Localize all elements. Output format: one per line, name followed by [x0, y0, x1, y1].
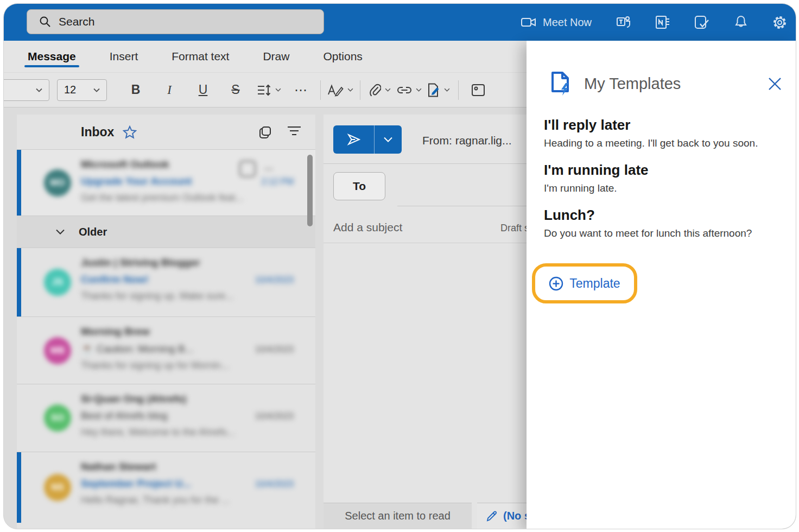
- tab-options[interactable]: Options: [321, 42, 364, 71]
- unread-indicator: [17, 248, 21, 316]
- insert-link-button[interactable]: [395, 78, 424, 103]
- search-placeholder: Search: [59, 15, 95, 28]
- app-window: Search Meet Now: [3, 3, 796, 529]
- chevron-down-icon: [444, 88, 450, 92]
- tab-message[interactable]: Message: [26, 42, 78, 71]
- signature-button[interactable]: [424, 78, 453, 103]
- from-field[interactable]: From: ragnar.lig...: [422, 134, 512, 147]
- template-body: Do you want to meet for lunch this after…: [544, 227, 781, 239]
- chevron-down-icon: [93, 88, 100, 92]
- email-row[interactable]: JS Justin | Striving Blogger Confirm Now…: [17, 248, 315, 317]
- underline-button[interactable]: U: [188, 78, 218, 103]
- email-row[interactable]: MO — Microsoft Outlook Upgrade Your Acco…: [17, 150, 315, 216]
- meet-now-label: Meet Now: [543, 16, 592, 29]
- message-flags: —: [239, 161, 273, 177]
- email-subject: ☕ Caution: Morning B...: [81, 343, 193, 355]
- link-icon: [397, 86, 412, 94]
- send-button[interactable]: [333, 125, 402, 154]
- template-body: Heading to a meeting. I'll get back to y…: [544, 137, 781, 149]
- email-subject: Best of Ahrefs blog: [81, 410, 168, 422]
- avatar: MB: [44, 337, 71, 364]
- email-preview: Thanks for signing up. Make sure...: [81, 290, 294, 302]
- email-subject: September Project U...: [81, 478, 191, 490]
- template-body: I'm running late.: [544, 182, 781, 194]
- email-sender: Morning Brew: [81, 326, 294, 338]
- top-app-bar: Search Meet Now: [4, 4, 796, 41]
- template-title: Lunch?: [544, 207, 781, 224]
- tab-draw[interactable]: Draw: [261, 42, 291, 71]
- font-options-icon: [327, 84, 344, 97]
- to-button[interactable]: To: [333, 172, 385, 200]
- unread-indicator: [17, 150, 21, 216]
- email-row[interactable]: NS Nathan Stewart September Project U...…: [17, 452, 315, 523]
- onenote-icon: [656, 15, 670, 29]
- list-scrollbar[interactable]: [307, 155, 313, 226]
- chevron-down-icon: [385, 88, 391, 92]
- chevron-down-icon: [347, 88, 353, 92]
- notifications-button[interactable]: [734, 15, 747, 29]
- add-template-label: Template: [569, 276, 620, 291]
- email-preview: Thanks for signing up for Mornin...: [81, 360, 294, 371]
- email-row[interactable]: MB Morning Brew ☕ Caution: Morning B... …: [17, 317, 315, 384]
- todo-button[interactable]: [695, 15, 709, 29]
- older-section-header[interactable]: Older: [17, 216, 315, 248]
- attach-file-button[interactable]: [365, 78, 395, 103]
- attach-icon: [369, 84, 381, 97]
- close-icon[interactable]: [768, 77, 782, 91]
- toolbar-divider: [360, 80, 360, 100]
- send-options-chevron[interactable]: [374, 125, 402, 154]
- template-item[interactable]: I'm running late I'm running late.: [544, 162, 781, 194]
- insert-picture-button[interactable]: [464, 78, 493, 103]
- email-sender: Justin | Striving Blogger: [81, 257, 294, 269]
- email-date: 10/4/2023: [255, 275, 294, 285]
- tab-insert[interactable]: Insert: [107, 42, 141, 71]
- font-size-select[interactable]: 12: [57, 79, 107, 101]
- email-row[interactable]: SO Si-Quan Ong (Ahrefs) Best of Ahrefs b…: [17, 384, 315, 452]
- select-messages-icon[interactable]: [258, 125, 272, 139]
- meet-now-button[interactable]: Meet Now: [521, 16, 592, 29]
- onenote-button[interactable]: [656, 15, 670, 29]
- subject-input[interactable]: Add a subject: [333, 221, 402, 234]
- teams-icon: [617, 15, 631, 29]
- mail-list-header: Inbox: [17, 115, 315, 150]
- plus-circle-icon: [549, 276, 563, 291]
- mail-list-pane: Inbox: [17, 115, 315, 529]
- email-date: 2:12 PM: [261, 177, 294, 187]
- tab-format-text[interactable]: Format text: [169, 42, 231, 71]
- email-date: 10/4/2023: [255, 345, 294, 354]
- reading-pane-placeholder[interactable]: Select an item to read: [324, 503, 472, 529]
- font-family-select[interactable]: [3, 79, 49, 101]
- filter-icon[interactable]: [287, 125, 301, 139]
- line-spacing-button[interactable]: [255, 78, 284, 103]
- font-options-button[interactable]: [326, 78, 355, 103]
- panel-title: My Templates: [584, 75, 681, 93]
- email-preview: Hello Ragnar, Thank you for the ...: [81, 495, 294, 506]
- avatar: NS: [44, 474, 71, 501]
- template-item[interactable]: I'll reply later Heading to a meeting. I…: [544, 117, 781, 149]
- chevron-down-icon: [36, 88, 42, 92]
- template-item[interactable]: Lunch? Do you want to meet for lunch thi…: [544, 207, 781, 239]
- my-templates-icon: [549, 71, 572, 96]
- video-camera-icon: [521, 17, 536, 28]
- settings-button[interactable]: [772, 15, 787, 30]
- bold-button[interactable]: B: [121, 78, 150, 103]
- email-preview: Hey there, Welcome to the Ahrefs...: [81, 427, 294, 438]
- folder-title: Inbox: [81, 125, 114, 140]
- strikethrough-button[interactable]: S: [221, 78, 250, 103]
- favorite-star-icon[interactable]: [123, 125, 137, 139]
- teams-button[interactable]: [617, 15, 631, 29]
- line-spacing-icon: [257, 84, 271, 96]
- search-input[interactable]: Search: [27, 9, 324, 34]
- italic-button[interactable]: I: [155, 78, 184, 103]
- add-template-button[interactable]: Template: [549, 276, 620, 291]
- template-title: I'll reply later: [544, 117, 781, 134]
- chevron-down-icon: [56, 229, 65, 235]
- add-template-highlight: Template: [532, 263, 637, 303]
- toolbar-divider: [458, 80, 459, 100]
- send-icon: [333, 125, 374, 154]
- more-icon: ⋯: [294, 83, 307, 98]
- picture-icon: [472, 84, 485, 96]
- email-sender: Nathan Stewart: [81, 461, 294, 473]
- email-subject: Upgrade Your Account: [81, 175, 192, 187]
- more-formatting-button[interactable]: ⋯: [286, 78, 315, 103]
